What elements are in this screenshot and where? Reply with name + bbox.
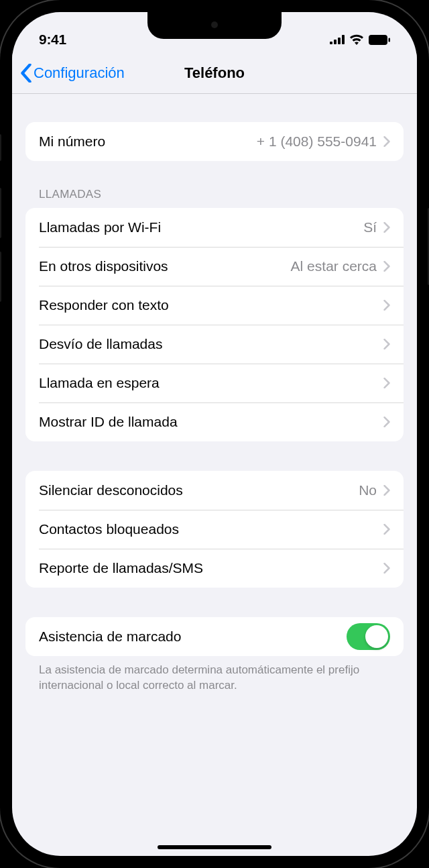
nav-title: Teléfono [184, 64, 245, 82]
other-devices-label: En otros dispositivos [39, 258, 291, 274]
chevron-right-icon [383, 261, 390, 272]
status-indicators [330, 34, 390, 45]
show-caller-id-row[interactable]: Mostrar ID de llamada [25, 402, 404, 441]
dial-assist-label: Asistencia de marcado [39, 629, 347, 645]
silence-unknown-row[interactable]: Silenciar desconocidos No [25, 471, 404, 510]
wifi-calling-label: Llamadas por Wi-Fi [39, 219, 363, 235]
svg-rect-0 [330, 42, 332, 44]
call-forwarding-row[interactable]: Desvío de llamadas [25, 325, 404, 364]
silence-unknown-value: No [359, 482, 377, 498]
phone-frame: 9:41 Configuración Teléfono [0, 0, 429, 868]
chevron-right-icon [383, 136, 390, 147]
other-devices-value: Al estar cerca [291, 258, 377, 274]
dial-assist-footer: La asistencia de marcado determina autom… [25, 656, 404, 694]
chevron-right-icon [383, 339, 390, 349]
content: Mi número + 1 (408) 555-0941 LLAMADAS Ll… [12, 94, 417, 694]
chevron-left-icon [20, 64, 32, 83]
my-number-row[interactable]: Mi número + 1 (408) 555-0941 [25, 122, 404, 161]
calls-header: LLAMADAS [25, 188, 404, 208]
status-time: 9:41 [39, 32, 66, 48]
my-number-label: Mi número [39, 133, 257, 150]
chevron-right-icon [383, 524, 390, 535]
battery-icon [369, 35, 390, 45]
svg-rect-1 [334, 40, 336, 44]
svg-rect-5 [389, 38, 391, 42]
other-devices-row[interactable]: En otros dispositivos Al estar cerca [25, 247, 404, 286]
call-waiting-label: Llamada en espera [39, 375, 383, 391]
chevron-right-icon [383, 563, 390, 574]
home-indicator[interactable] [158, 845, 271, 849]
calls-group: Llamadas por Wi-Fi Sí En otros dispositi… [25, 208, 404, 441]
respond-text-row[interactable]: Responder con texto [25, 286, 404, 325]
call-sms-report-row[interactable]: Reporte de llamadas/SMS [25, 549, 404, 588]
call-waiting-row[interactable]: Llamada en espera [25, 364, 404, 402]
back-button[interactable]: Configuración [20, 64, 125, 83]
dial-assist-group: Asistencia de marcado [25, 617, 404, 656]
call-forwarding-label: Desvío de llamadas [39, 336, 383, 352]
wifi-icon [349, 34, 364, 45]
chevron-right-icon [383, 378, 390, 388]
volume-down [0, 252, 1, 302]
screen: 9:41 Configuración Teléfono [12, 12, 417, 856]
svg-rect-2 [338, 38, 341, 44]
silence-unknown-label: Silenciar desconocidos [39, 482, 359, 498]
respond-text-label: Responder con texto [39, 297, 383, 313]
notch [147, 12, 282, 39]
back-label: Configuración [34, 64, 125, 82]
volume-up [0, 188, 1, 238]
svg-rect-4 [369, 35, 387, 45]
my-number-group: Mi número + 1 (408) 555-0941 [25, 122, 404, 161]
my-number-value: + 1 (408) 555-0941 [257, 133, 377, 150]
cellular-signal-icon [330, 35, 345, 44]
blocked-contacts-label: Contactos bloqueados [39, 521, 383, 537]
wifi-calling-value: Sí [363, 219, 377, 235]
svg-rect-3 [342, 35, 345, 44]
call-sms-report-label: Reporte de llamadas/SMS [39, 560, 383, 576]
nav-bar: Configuración Teléfono [12, 52, 417, 94]
show-caller-id-label: Mostrar ID de llamada [39, 414, 383, 430]
dial-assist-toggle[interactable] [347, 623, 390, 650]
chevron-right-icon [383, 485, 390, 496]
mute-switch [0, 134, 1, 161]
chevron-right-icon [383, 300, 390, 311]
blocked-contacts-row[interactable]: Contactos bloqueados [25, 510, 404, 549]
dial-assist-row: Asistencia de marcado [25, 617, 404, 656]
chevron-right-icon [383, 417, 390, 427]
wifi-calling-row[interactable]: Llamadas por Wi-Fi Sí [25, 208, 404, 247]
chevron-right-icon [383, 222, 390, 233]
blocking-group: Silenciar desconocidos No Contactos bloq… [25, 471, 404, 588]
